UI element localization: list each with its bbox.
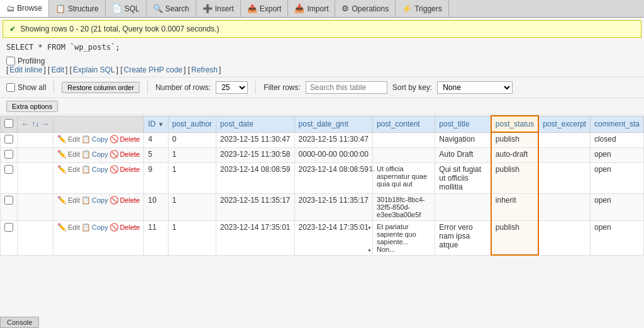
edit-link[interactable]: Edit bbox=[51, 65, 64, 74]
row-checkbox-cell[interactable] bbox=[1, 132, 18, 147]
row-checkbox-cell[interactable] bbox=[1, 162, 18, 193]
nav-structure[interactable]: 📋 Structure bbox=[49, 0, 106, 17]
edit-icon: ✏️ bbox=[57, 165, 67, 174]
refresh-link[interactable]: Refresh bbox=[191, 65, 218, 74]
restore-column-order-button[interactable]: Restore column order bbox=[62, 82, 140, 93]
edit-icon: ✏️ bbox=[57, 135, 67, 144]
show-all-checkbox[interactable] bbox=[6, 83, 15, 92]
sort-icon[interactable]: ↑↓ bbox=[31, 120, 39, 128]
col-post-date[interactable]: post_date bbox=[216, 116, 294, 132]
export-icon: 📤 bbox=[247, 4, 257, 13]
edit-button[interactable]: Edit bbox=[68, 150, 80, 158]
copy-icon-small: 📋 bbox=[81, 196, 91, 205]
col-post-content[interactable]: post_content bbox=[372, 116, 435, 132]
filter-rows-input[interactable] bbox=[306, 81, 387, 94]
nav-import[interactable]: 📥 Import bbox=[288, 0, 335, 17]
delete-button[interactable]: Delete bbox=[120, 196, 140, 204]
show-all-label[interactable]: Show all bbox=[6, 83, 46, 92]
cell-post-excerpt bbox=[538, 220, 590, 255]
cell-comment-sta: open bbox=[590, 220, 643, 255]
edit-button[interactable]: Edit bbox=[68, 196, 80, 204]
cell-post-status: inherit bbox=[491, 193, 538, 220]
col-id[interactable]: ID ▼ bbox=[144, 116, 168, 132]
copy-button[interactable]: Copy bbox=[92, 135, 108, 143]
arrow-left-icon[interactable]: ← bbox=[21, 120, 29, 128]
row-checkbox[interactable] bbox=[4, 223, 13, 232]
row-checkbox[interactable] bbox=[4, 165, 13, 174]
cell-post-author: 1 bbox=[168, 147, 216, 162]
search-icon: 🔍 bbox=[153, 4, 163, 13]
cell-post-date: 2023-12-15 11:30:58 bbox=[216, 147, 294, 162]
id-sort-icon[interactable]: ▼ bbox=[158, 121, 164, 128]
cell-post-date-gmt: 2023-12-14 08:08:59 bbox=[294, 162, 372, 193]
delete-icon: 🚫 bbox=[109, 196, 119, 205]
sql-icon: 📄 bbox=[112, 4, 122, 13]
table-row: ✏️Edit 📋Copy 🚫Delete 4 0 2023-12-15 11:3… bbox=[1, 132, 644, 147]
copy-button[interactable]: Copy bbox=[92, 166, 108, 173]
copy-button[interactable]: Copy bbox=[92, 196, 108, 204]
nav-search[interactable]: 🔍 Search bbox=[147, 0, 196, 17]
cell-post-date-gmt: 0000-00-00 00:00:00 bbox=[294, 147, 372, 162]
cell-post-date-gmt: 2023-12-15 11:35:17 bbox=[294, 193, 372, 220]
cell-post-date: 2023-12-14 17:35:01 bbox=[216, 220, 294, 255]
col-comment-sta[interactable]: comment_sta bbox=[590, 116, 643, 132]
profiling-checkbox[interactable] bbox=[6, 57, 15, 65]
row-checkbox-cell[interactable] bbox=[1, 147, 18, 162]
nav-browse[interactable]: 🗂 Browse bbox=[0, 0, 49, 17]
profiling-checkbox-area: Profiling bbox=[6, 57, 638, 65]
cell-post-excerpt bbox=[538, 193, 590, 220]
row-number-cell bbox=[18, 147, 53, 162]
num-rows-select[interactable]: 25 50 100 bbox=[216, 81, 248, 94]
cell-post-content bbox=[372, 132, 435, 147]
nav-insert[interactable]: ➕ Insert bbox=[196, 0, 241, 17]
col-checkbox bbox=[1, 116, 18, 132]
cell-post-title bbox=[435, 193, 491, 220]
table-header-row: ← ↑↓ → ID ▼ post_author post_date post_d… bbox=[1, 116, 644, 132]
select-all-checkbox[interactable] bbox=[4, 119, 13, 128]
nav-export[interactable]: 📤 Export bbox=[241, 0, 289, 17]
extra-options-button[interactable]: Extra options bbox=[6, 101, 58, 112]
table-body: ✏️Edit 📋Copy 🚫Delete 4 0 2023-12-15 11:3… bbox=[1, 132, 644, 255]
copy-button[interactable]: Copy bbox=[92, 223, 108, 231]
edit-button[interactable]: Edit bbox=[68, 166, 80, 173]
row-checkbox-cell[interactable] bbox=[1, 220, 18, 255]
cell-comment-sta: open bbox=[590, 162, 643, 193]
edit-button[interactable]: Edit bbox=[68, 135, 80, 143]
data-table: ← ↑↓ → ID ▼ post_author post_date post_d… bbox=[0, 115, 644, 256]
row-checkbox[interactable] bbox=[4, 135, 13, 144]
table-row: ✏️Edit 📋Copy 🚫Delete 11 1 2023-12-14 17:… bbox=[1, 220, 644, 255]
row-actions-cell: ✏️Edit 📋Copy 🚫Delete bbox=[53, 147, 144, 162]
col-sort-arrows[interactable]: ← ↑↓ → bbox=[18, 116, 53, 132]
arrow-right-icon[interactable]: → bbox=[42, 120, 49, 128]
delete-button[interactable]: Delete bbox=[120, 135, 140, 143]
nav-triggers[interactable]: ⚡ Triggers bbox=[396, 0, 449, 17]
browse-icon: 🗂 bbox=[6, 4, 14, 13]
col-post-status[interactable]: post_status bbox=[491, 116, 538, 132]
col-post-author[interactable]: post_author bbox=[168, 116, 216, 132]
edit-icon: ✏️ bbox=[57, 150, 67, 159]
sort-by-key-select[interactable]: None bbox=[437, 81, 513, 94]
col-post-title[interactable]: post_title bbox=[435, 116, 491, 132]
copy-button[interactable]: Copy bbox=[92, 150, 108, 158]
nav-sql[interactable]: 📄 SQL bbox=[106, 0, 147, 17]
top-navigation: 🗂 Browse 📋 Structure 📄 SQL 🔍 Search ➕ In… bbox=[0, 0, 644, 18]
col-post-date-gmt[interactable]: post_date_gmt bbox=[294, 116, 372, 132]
explain-sql-link[interactable]: Explain SQL bbox=[73, 65, 115, 74]
cell-post-title: Qui sit fugiat ut officiis mollitia bbox=[435, 162, 491, 193]
edit-button[interactable]: Edit bbox=[68, 223, 80, 231]
create-php-link[interactable]: Create PHP code bbox=[124, 65, 182, 74]
nav-operations[interactable]: ⚙ Operations bbox=[335, 0, 396, 17]
delete-button[interactable]: Delete bbox=[120, 166, 140, 173]
delete-button[interactable]: Delete bbox=[120, 223, 140, 231]
col-post-excerpt[interactable]: post_excerpt bbox=[538, 116, 590, 132]
row-actions-cell: ✏️Edit 📋Copy 🚫Delete bbox=[53, 162, 144, 193]
edit-inline-link[interactable]: Edit inline bbox=[9, 65, 42, 74]
cell-post-excerpt bbox=[538, 147, 590, 162]
cell-post-excerpt bbox=[538, 162, 590, 193]
row-checkbox[interactable] bbox=[4, 196, 13, 205]
delete-button[interactable]: Delete bbox=[120, 150, 140, 158]
row-checkbox-cell[interactable] bbox=[1, 193, 18, 220]
row-checkbox[interactable] bbox=[4, 150, 13, 159]
cell-id: 11 bbox=[144, 220, 168, 255]
cell-post-content bbox=[372, 147, 435, 162]
